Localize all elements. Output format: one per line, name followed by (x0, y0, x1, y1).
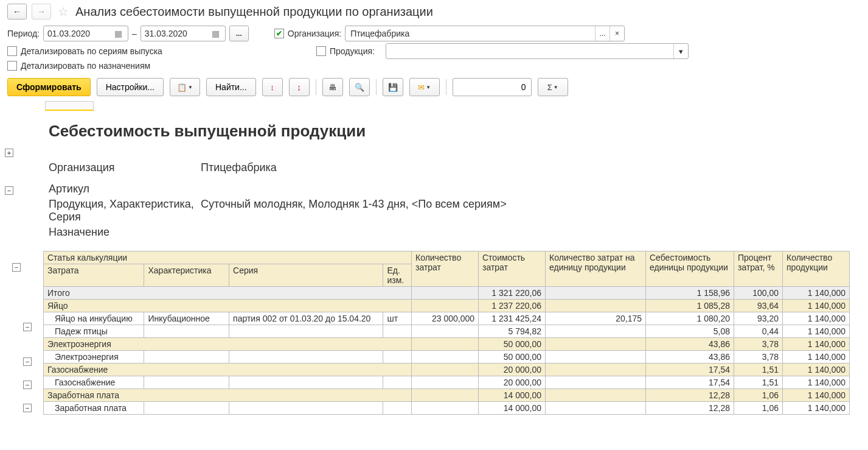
tree-collapse-button[interactable]: − (23, 323, 32, 331)
organization-label: Организация: (288, 29, 341, 38)
tree-collapse-button[interactable]: − (23, 357, 32, 366)
detail-purpose-label: Детализировать по назначениям (21, 61, 150, 71)
report-title: Себестоимость выпущенной продукции (43, 118, 868, 144)
table-row[interactable]: Яйцо на инкубациюИнкубационноепартия 002… (44, 312, 850, 325)
paste-dropdown-button[interactable]: 📋▼ (170, 78, 200, 96)
nav-back-button[interactable]: ← (7, 4, 27, 19)
col-unit-cost: Себестоимость единицы продукции (646, 251, 734, 287)
date-from-input[interactable]: 01.03.2020 ▦ (43, 26, 128, 41)
find-button[interactable]: Найти... (206, 78, 256, 96)
col-unit: Ед. изм. (383, 264, 412, 287)
product-checkbox[interactable] (316, 46, 326, 56)
table-row[interactable]: Итого1 321 220,061 158,96100,001 140,000 (44, 287, 850, 300)
table-row[interactable]: Газоснабжение20 000,0017,541,511 140,000 (44, 376, 850, 389)
tree-collapse-button[interactable]: − (23, 381, 32, 389)
date-to-input[interactable]: 31.03.2020 ▦ (141, 26, 226, 41)
collapse-all-button[interactable]: ↨ (289, 78, 310, 96)
table-row[interactable]: Заработная плата14 000,0012,281,061 140,… (44, 389, 850, 402)
detail-series-checkbox[interactable] (7, 46, 17, 56)
tree-collapse-button[interactable]: − (12, 263, 21, 272)
tree-collapse-button[interactable]: − (23, 404, 32, 412)
report-org-value: Птицефабрика (201, 161, 277, 174)
table-row[interactable]: Электроэнергия50 000,0043,863,781 140,00… (44, 351, 850, 364)
col-series: Серия (229, 264, 383, 287)
organization-value: Птицефабрика (345, 29, 595, 38)
table-row[interactable]: Газоснабжение20 000,0017,541,511 140,000 (44, 364, 850, 376)
detail-series-label: Детализировать по сериям выпуска (21, 46, 162, 56)
sigma-dropdown-button[interactable]: Σ▼ (538, 78, 568, 96)
date-from-value: 01.03.2020 (47, 29, 90, 38)
col-pct: Процент затрат, % (734, 251, 783, 287)
email-dropdown-button[interactable]: ✉▼ (409, 78, 440, 96)
report-product-label: Продукция, Характеристика, Серия (49, 198, 201, 223)
report-tab[interactable] (45, 101, 94, 111)
product-label: Продукция: (330, 46, 375, 56)
calendar-icon[interactable]: ▦ (114, 29, 124, 38)
col-characteristic: Характеристика (144, 264, 229, 287)
date-to-value: 31.03.2020 (145, 29, 187, 38)
col-cost-item: Затрата (44, 264, 144, 287)
organization-input[interactable]: Птицефабрика ... × (345, 26, 625, 41)
report-article-label: Артикул (49, 183, 201, 195)
table-row[interactable]: Падеж птицы5 794,825,080,441 140,000 (44, 325, 850, 338)
col-qty-per-unit: Количество затрат на единицу продукции (546, 251, 646, 287)
report-table: Статья калькуляции Количество затрат Сто… (43, 251, 850, 415)
product-input[interactable]: ▾ (386, 43, 689, 59)
detail-purpose-checkbox[interactable] (7, 61, 17, 71)
page-title: Анализ себестоимости выпущенной продукци… (75, 5, 433, 19)
product-dropdown-button[interactable]: ▾ (673, 44, 688, 58)
settings-button[interactable]: Настройки... (97, 78, 164, 96)
organization-picker-button[interactable]: ... (595, 26, 609, 41)
nav-forward-button[interactable]: → (32, 4, 51, 19)
table-row[interactable]: Заработная плата14 000,0012,281,061 140,… (44, 402, 850, 415)
tree-expand-button[interactable]: + (5, 149, 13, 157)
col-qty-cost: Количество затрат (412, 251, 479, 287)
period-picker-button[interactable]: ... (229, 26, 249, 41)
preview-button[interactable]: 🔍 (349, 78, 370, 96)
save-button[interactable]: 💾 (383, 78, 403, 96)
table-row[interactable]: Электроэнергия50 000,0043,863,781 140,00… (44, 338, 850, 351)
print-button[interactable]: 🖶 (322, 78, 343, 96)
table-row[interactable]: Яйцо1 237 220,061 085,2893,641 140,000 (44, 300, 850, 312)
period-label: Период: (7, 29, 40, 38)
report-purpose-label: Назначение (49, 226, 201, 239)
number-input[interactable] (453, 78, 532, 96)
col-calc-article: Статья калькуляции (44, 251, 412, 264)
expand-all-button[interactable]: ↕ (262, 78, 283, 96)
favorite-star-icon[interactable]: ☆ (56, 4, 71, 19)
col-prod-qty: Количество продукции (783, 251, 850, 287)
calendar-icon[interactable]: ▦ (212, 29, 221, 38)
date-separator: – (132, 29, 137, 38)
tree-collapse-button[interactable]: − (5, 186, 13, 195)
report-product-value: Суточный молодняк, Молодняк 1-43 дня, <П… (201, 198, 507, 223)
col-cost-value: Стоимость затрат (479, 251, 546, 287)
generate-button[interactable]: Сформировать (7, 78, 91, 96)
organization-checkbox[interactable] (274, 29, 284, 38)
organization-clear-button[interactable]: × (609, 26, 624, 41)
report-org-label: Организация (49, 161, 201, 174)
